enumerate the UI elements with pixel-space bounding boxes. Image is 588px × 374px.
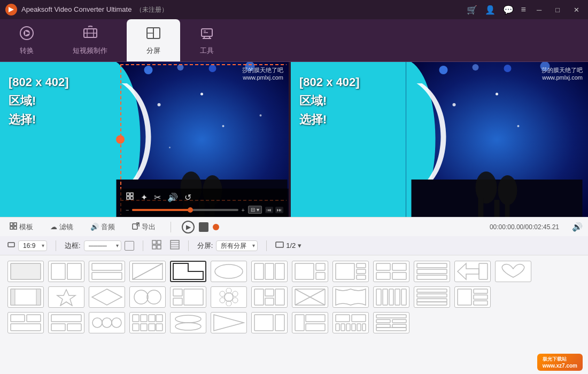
svg-rect-77 bbox=[417, 269, 447, 274]
svg-rect-73 bbox=[392, 263, 406, 270]
vid-drag-handle[interactable] bbox=[116, 135, 125, 144]
layout-diag-left[interactable] bbox=[129, 261, 166, 282]
ctrl-time-out[interactable]: ⏭ bbox=[275, 207, 283, 213]
ctrl-sound-icon[interactable]: 🔊 bbox=[167, 192, 178, 202]
layout-arrow[interactable] bbox=[454, 261, 491, 282]
svg-rect-127 bbox=[133, 315, 139, 322]
page-dropdown-icon[interactable]: ▾ bbox=[298, 241, 301, 250]
ctrl-star-icon[interactable]: ✦ bbox=[141, 192, 148, 202]
layout-diamond[interactable] bbox=[89, 286, 125, 308]
layout-film[interactable] bbox=[7, 286, 44, 308]
progress-thumb[interactable] bbox=[188, 207, 193, 213]
layout-six-h[interactable] bbox=[373, 312, 409, 333]
layout-two-big[interactable] bbox=[251, 312, 288, 333]
layout-grid4[interactable] bbox=[129, 312, 166, 333]
layout-three-mix[interactable] bbox=[170, 286, 206, 308]
tab-convert[interactable]: 转换 bbox=[0, 19, 53, 61]
close-button[interactable]: ✕ bbox=[570, 6, 583, 14]
layout-oval[interactable] bbox=[211, 261, 247, 282]
layout-heart[interactable] bbox=[495, 261, 531, 282]
hatch-btn[interactable] bbox=[170, 240, 180, 252]
svg-rect-101 bbox=[275, 289, 284, 305]
split-select[interactable]: 所有分屏 分屏1 分屏2 bbox=[216, 240, 258, 251]
ctrl-reset-icon[interactable]: ↺ bbox=[184, 192, 191, 202]
svg-rect-98 bbox=[254, 289, 264, 305]
stop-button[interactable] bbox=[199, 222, 208, 232]
layout-three-right2[interactable] bbox=[292, 312, 328, 333]
layout-oval2[interactable] bbox=[170, 312, 206, 333]
layout-row-2 bbox=[7, 286, 581, 308]
layout-single[interactable] bbox=[7, 261, 44, 282]
svg-rect-146 bbox=[341, 324, 345, 331]
ctrl-minus[interactable]: − bbox=[126, 207, 129, 213]
tab-filter[interactable]: ☁ 滤镜 bbox=[46, 220, 78, 234]
layout-four-h[interactable] bbox=[414, 286, 450, 308]
ctrl-time-in[interactable]: ⏮ bbox=[265, 207, 273, 213]
layout-three-h[interactable] bbox=[414, 261, 450, 282]
play-button[interactable]: ▶ bbox=[182, 221, 195, 233]
sep1 bbox=[56, 240, 56, 251]
tab-split-screen[interactable]: 分屏 bbox=[127, 19, 180, 61]
layout-two-vertical[interactable] bbox=[48, 261, 84, 282]
border-line-select[interactable]: ──── - - - ···· bbox=[84, 240, 121, 251]
layout-circle2[interactable] bbox=[129, 286, 166, 308]
layout-wide-left[interactable] bbox=[48, 312, 84, 333]
layout-four-mixed[interactable] bbox=[454, 286, 491, 308]
ctrl-plus[interactable]: + bbox=[242, 207, 245, 213]
split-select-wrap[interactable]: 所有分屏 分屏1 分屏2 bbox=[216, 240, 258, 251]
tab-audio[interactable]: 🔊 音频 bbox=[86, 220, 119, 234]
menu-icon[interactable]: ≡ bbox=[521, 5, 526, 14]
layout-three-v[interactable] bbox=[251, 261, 288, 282]
svg-rect-118 bbox=[11, 315, 25, 322]
layout-play[interactable] bbox=[211, 312, 247, 333]
layout-three-right[interactable] bbox=[332, 261, 369, 282]
layout-three-v2[interactable] bbox=[251, 286, 288, 308]
border-line-wrap[interactable]: ──── - - - ···· bbox=[84, 240, 121, 251]
layout-l-shape[interactable] bbox=[170, 261, 206, 282]
layout-row-3 bbox=[7, 312, 581, 333]
layout-four[interactable] bbox=[373, 261, 409, 282]
progress-bar[interactable] bbox=[132, 209, 238, 211]
svg-rect-109 bbox=[401, 289, 406, 305]
layout-circle3[interactable] bbox=[89, 312, 125, 333]
ctrl-size-wrap[interactable]: ⊟ ▾ bbox=[248, 206, 262, 214]
svg-rect-41 bbox=[10, 227, 13, 229]
grid-btn[interactable] bbox=[152, 240, 161, 252]
svg-rect-144 bbox=[352, 315, 366, 322]
svg-rect-153 bbox=[392, 320, 406, 323]
chat-icon[interactable]: 💬 bbox=[503, 5, 514, 15]
ctrl-cut-icon[interactable]: ✂ bbox=[154, 192, 161, 202]
layout-two-rows[interactable] bbox=[7, 312, 44, 333]
svg-point-37 bbox=[517, 125, 520, 127]
tab-tools[interactable]: 工具 bbox=[180, 19, 234, 61]
minimize-button[interactable]: ─ bbox=[533, 6, 545, 14]
template-icon bbox=[10, 222, 17, 231]
video-panel-left[interactable]: [802 x 402] 区域! 选择! bbox=[0, 62, 289, 217]
svg-rect-78 bbox=[417, 275, 447, 279]
ratio-select[interactable]: 16:9 4:3 1:1 bbox=[18, 240, 47, 251]
layout-flower[interactable] bbox=[211, 286, 247, 308]
layout-six-v[interactable] bbox=[332, 312, 369, 333]
layout-star[interactable] bbox=[48, 286, 84, 308]
ratio-select-wrap[interactable]: 16:9 4:3 1:1 bbox=[18, 240, 47, 251]
cart-icon[interactable]: 🛒 bbox=[467, 5, 477, 15]
layout-five-v[interactable] bbox=[373, 286, 409, 308]
svg-point-21 bbox=[169, 147, 171, 149]
svg-rect-46 bbox=[157, 240, 161, 244]
border-color-btn[interactable] bbox=[125, 241, 134, 251]
maximize-button[interactable]: □ bbox=[552, 6, 563, 14]
tab-template[interactable]: 模板 bbox=[5, 220, 37, 234]
tab-short-video[interactable]: 短视频制作 bbox=[53, 19, 127, 61]
user-icon[interactable]: 👤 bbox=[485, 5, 496, 15]
tab-export[interactable]: 导出 bbox=[128, 220, 160, 234]
layout-big-left[interactable] bbox=[292, 261, 328, 282]
video-panel-right[interactable]: [802 x 402] 区域! 选择! bbox=[291, 62, 588, 217]
ratio-group: 16:9 4:3 1:1 bbox=[7, 240, 47, 251]
layout-wave[interactable] bbox=[332, 286, 369, 308]
volume-icon[interactable]: 🔊 bbox=[572, 222, 583, 232]
svg-point-38 bbox=[496, 93, 498, 96]
ctrl-crop-icon[interactable] bbox=[126, 192, 134, 202]
svg-rect-57 bbox=[92, 263, 122, 270]
layout-x-shape[interactable] bbox=[292, 286, 328, 308]
layout-wide-stack[interactable] bbox=[89, 261, 125, 282]
